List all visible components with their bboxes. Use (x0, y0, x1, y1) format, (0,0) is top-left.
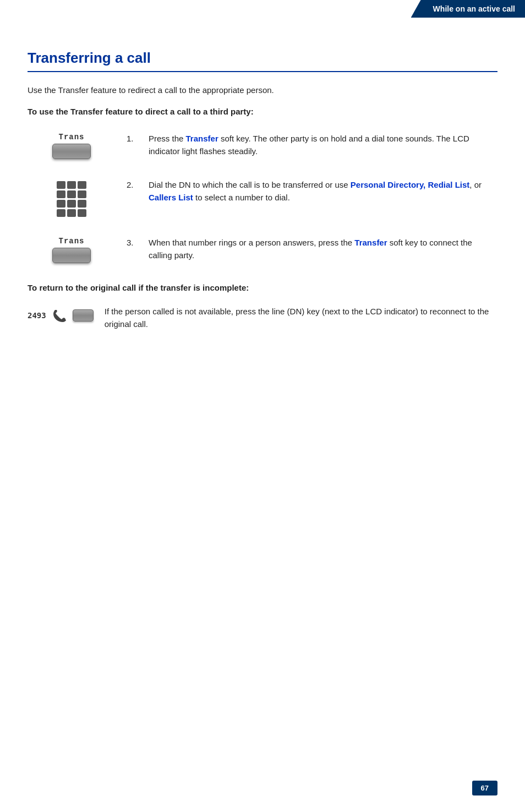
keypad-key (57, 181, 65, 189)
keypad-grid (57, 181, 86, 217)
phone-icon (51, 307, 68, 324)
transfer-key-icon-2: Trans (28, 237, 116, 263)
step-number-1: 1. (127, 133, 143, 143)
keypad-key (57, 190, 65, 198)
keypad-key (78, 181, 86, 189)
intro-paragraph: Use the Transfer feature to redirect a c… (28, 85, 497, 95)
dn-number: 2493 (28, 311, 46, 320)
keypad-key (67, 209, 76, 217)
page-title: Transferring a call (28, 50, 497, 72)
header-text: While on an active call (433, 4, 515, 13)
transfer-link-1: Transfer (186, 134, 218, 143)
keypad-key (57, 209, 65, 217)
steps-container: Trans 1. Press the Transfer soft key. Th… (28, 133, 497, 263)
soft-key-button-2 (52, 248, 91, 263)
keypad-key (78, 200, 86, 208)
return-row: 2493 If the person called is not availab… (28, 306, 497, 330)
step-text-1: Press the Transfer soft key. The other p… (149, 133, 497, 157)
section1-heading: To use the Transfer feature to direct a … (28, 107, 497, 116)
keypad-key (67, 181, 76, 189)
keypad-key (78, 190, 86, 198)
step-row-2: 2. Dial the DN to which the call is to b… (28, 179, 497, 217)
redial-list-link: Redial List (428, 180, 469, 189)
keypad-key (78, 209, 86, 217)
return-section: To return to the original call if the tr… (28, 283, 497, 330)
header-bar: While on an active call (411, 0, 525, 18)
step-number-2: 2. (127, 179, 143, 189)
trans-label-1: Trans (58, 133, 84, 141)
keypad-key (67, 200, 76, 208)
soft-key-button-1 (52, 144, 91, 159)
page-number: 67 (472, 781, 497, 795)
keypad-key (67, 190, 76, 198)
transfer-key-icon-1: Trans (28, 133, 116, 159)
line-key-button (73, 309, 94, 321)
step-row-3: Trans 3. When that number rings or a per… (28, 237, 497, 263)
section2-heading: To return to the original call if the tr… (28, 283, 497, 292)
step-text-3: When that number rings or a person answe… (149, 237, 497, 261)
trans-label-2: Trans (58, 237, 84, 246)
keypad-icon (28, 179, 116, 217)
step-text-2: Dial the DN to which the call is to be t… (149, 179, 497, 204)
step-row-1: Trans 1. Press the Transfer soft key. Th… (28, 133, 497, 159)
return-text: If the person called is not available, p… (105, 306, 497, 330)
return-icon-area: 2493 (28, 306, 94, 324)
transfer-link-2: Transfer (354, 238, 387, 247)
main-content: Transferring a call Use the Transfer fea… (0, 0, 525, 358)
step-number-3: 3. (127, 237, 143, 247)
callers-list-link: Callers List (149, 193, 193, 202)
personal-directory-link: Personal Directory, (351, 180, 425, 189)
keypad-key (57, 200, 65, 208)
